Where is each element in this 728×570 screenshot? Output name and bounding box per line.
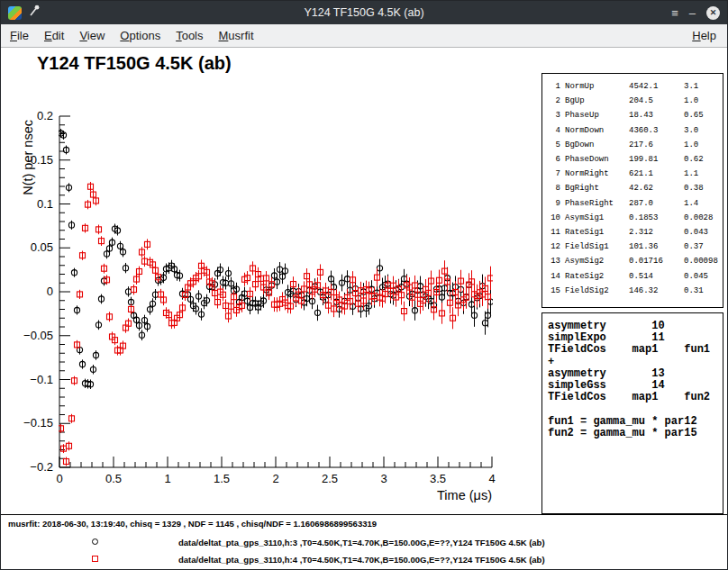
param-error: 0.043 — [684, 225, 719, 240]
param-error: 1.4 — [684, 196, 719, 211]
param-value: 621.1 — [629, 167, 679, 181]
param-value: 199.81 — [629, 152, 679, 167]
param-name: BgRight — [565, 181, 624, 195]
legend-text: data/deltat_pta_gps_3110,h:3 ,T0=4.50K,T… — [178, 538, 545, 547]
close-icon[interactable]: ✕ — [706, 6, 720, 20]
param-idx: 8 — [548, 181, 560, 195]
window-menu-icon[interactable]: ≡ — [671, 6, 678, 20]
window-title: Y124 TF150G 4.5K (ab) — [1, 6, 727, 19]
param-value: 42.62 — [629, 181, 679, 195]
param-name: AsymSig2 — [565, 254, 624, 268]
param-error: 3.0 — [684, 123, 719, 138]
param-idx: 9 — [548, 196, 560, 211]
menu-options[interactable]: Options — [120, 29, 160, 42]
param-error: 0.37 — [684, 240, 719, 254]
pin-icon[interactable] — [29, 5, 40, 21]
theory-line — [548, 403, 717, 415]
theory-line: TFieldCos map1 fun1 — [548, 344, 717, 356]
param-idx: 10 — [548, 211, 560, 225]
menu-musrfit[interactable]: Musrfit — [219, 29, 254, 42]
param-row: 1NormUp4542.13.1 — [548, 79, 719, 94]
menu-tools[interactable]: Tools — [176, 29, 203, 42]
minimize-icon[interactable]: – — [689, 6, 696, 20]
param-row: 13AsymSig20.017160.00098 — [548, 254, 719, 268]
param-row: 9PhaseRight287.01.4 — [548, 196, 719, 211]
param-row: 7NormRight621.11.1 — [548, 167, 719, 181]
legend-circle-marker — [92, 538, 98, 545]
param-error: 1.0 — [684, 94, 719, 108]
plot-canvas[interactable]: 00.511.522.533.54−0.2−0.15−0.1−0.0500.05… — [19, 91, 537, 512]
param-name: NormRight — [565, 167, 624, 181]
theory-line: TFieldCos map1 fun2 — [548, 392, 717, 403]
param-error: 0.62 — [684, 152, 719, 167]
legend-text: data/deltat_pta_gps_3110,h:4 ,T0=4.50K,T… — [178, 555, 545, 565]
param-error: 1.0 — [684, 138, 719, 152]
svg-text:3.5: 3.5 — [430, 472, 446, 485]
param-value: 0.01716 — [629, 254, 679, 268]
fit-stats: musrfit: 2018-06-30, 13:19:40, chisq = 1… — [8, 519, 377, 529]
theory-line: fun2 = gamma_mu * par15 — [548, 428, 717, 439]
param-error: 0.00098 — [684, 254, 719, 268]
param-idx: 15 — [548, 284, 560, 298]
svg-text:2.5: 2.5 — [322, 472, 338, 485]
svg-text:4: 4 — [488, 472, 495, 485]
svg-text:0: 0 — [56, 472, 62, 485]
param-value: 217.6 — [629, 138, 679, 152]
svg-text:0: 0 — [47, 285, 53, 298]
param-idx: 5 — [548, 138, 560, 152]
param-error: 0.045 — [684, 269, 719, 284]
param-name: BgUp — [565, 94, 624, 108]
svg-text:0.1: 0.1 — [37, 197, 53, 211]
svg-text:0.2: 0.2 — [37, 109, 53, 122]
theory-panel: asymmetry 10simplExpo 11TFieldCos map1 f… — [541, 312, 723, 514]
legend-item: data/deltat_pta_gps_3110,h:4 ,T0=4.50K,T… — [1, 551, 727, 568]
param-idx: 4 — [548, 123, 560, 138]
param-name: BgDown — [565, 138, 624, 152]
param-name: FieldSig1 — [565, 240, 624, 254]
param-error: 0.31 — [684, 284, 719, 298]
svg-text:0.05: 0.05 — [31, 240, 53, 254]
param-value: 204.5 — [629, 94, 679, 108]
param-name: PhaseUp — [565, 108, 624, 122]
param-idx: 14 — [548, 269, 560, 284]
svg-text:1.5: 1.5 — [214, 472, 230, 485]
param-row: 12FieldSig1101.360.37 — [548, 240, 719, 254]
param-idx: 2 — [548, 94, 560, 108]
param-value: 4360.3 — [629, 123, 679, 138]
menu-view[interactable]: View — [79, 29, 105, 42]
menu-edit[interactable]: Edit — [44, 29, 64, 42]
svg-text:3: 3 — [380, 472, 387, 485]
param-name: RateSig1 — [565, 225, 624, 240]
main-canvas: Y124 TF150G 4.5K (ab) 00.511.522.533.54−… — [1, 49, 727, 569]
plot-title: Y124 TF150G 4.5K (ab) — [37, 53, 232, 74]
svg-text:N(t) per nsec: N(t) per nsec — [21, 120, 35, 195]
param-name: PhaseDown — [565, 152, 624, 167]
menu-file[interactable]: File — [10, 29, 29, 42]
legend-item: data/deltat_pta_gps_3110,h:3 ,T0=4.50K,T… — [1, 534, 727, 551]
stats-separator — [1, 514, 727, 515]
app-icon — [8, 6, 22, 20]
param-row: 11RateSig12.3120.043 — [548, 225, 719, 240]
param-name: NormDown — [565, 123, 624, 138]
param-name: PhaseRight — [565, 196, 624, 211]
param-row: 15FieldSig2146.320.31 — [548, 284, 719, 298]
legend-square-marker — [92, 556, 98, 562]
param-name: NormUp — [565, 79, 624, 94]
param-name: RateSig2 — [565, 269, 624, 284]
theory-line: fun1 = gamma_mu * par12 — [548, 416, 717, 428]
param-value: 287.0 — [629, 196, 679, 211]
param-value: 0.1853 — [629, 211, 679, 225]
menubar: FileEditViewOptionsToolsMusrfit Help — [1, 24, 727, 48]
param-value: 2.312 — [629, 225, 679, 240]
param-error: 1.1 — [684, 167, 719, 181]
param-idx: 3 — [548, 108, 560, 122]
param-row: 3PhaseUp18.430.65 — [548, 108, 719, 122]
param-value: 0.514 — [629, 269, 679, 284]
app-window: Y124 TF150G 4.5K (ab) ≡ – ✕ FileEditView… — [0, 0, 728, 570]
menu-help[interactable]: Help — [692, 29, 716, 42]
param-idx: 12 — [548, 240, 560, 254]
series-square — [59, 182, 494, 466]
param-value: 146.32 — [629, 284, 679, 298]
param-value: 4542.1 — [629, 79, 679, 94]
param-value: 18.43 — [629, 108, 679, 122]
